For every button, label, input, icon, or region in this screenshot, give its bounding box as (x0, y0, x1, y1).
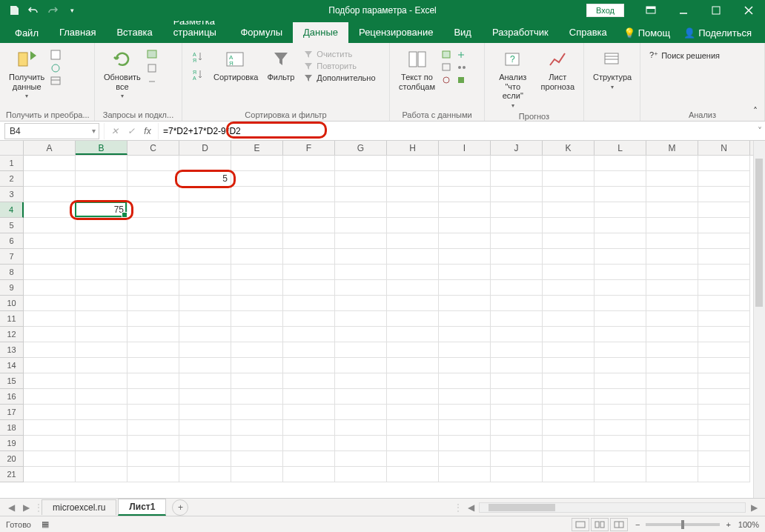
cell[interactable] (24, 327, 76, 342)
col-header-G[interactable]: G (335, 141, 387, 155)
cell[interactable] (439, 296, 491, 311)
cell[interactable] (698, 342, 750, 358)
cell[interactable] (543, 420, 595, 436)
cell[interactable] (128, 358, 179, 373)
outline-button[interactable]: Структура ▾ (590, 46, 635, 92)
cell[interactable] (595, 218, 646, 233)
remove-dup-icon[interactable] (441, 61, 453, 73)
cell[interactable] (387, 327, 439, 342)
tab-insert[interactable]: Вставка (106, 22, 162, 43)
cell[interactable] (698, 171, 750, 187)
cell[interactable] (231, 451, 283, 467)
cell[interactable] (76, 420, 128, 436)
cell[interactable] (283, 233, 335, 249)
cell[interactable] (698, 405, 750, 420)
zoom-in-icon[interactable]: + (726, 520, 730, 529)
cell[interactable] (179, 358, 231, 373)
cell[interactable] (387, 296, 439, 311)
formula-input[interactable] (159, 123, 750, 139)
cell[interactable] (231, 467, 283, 482)
cell[interactable] (387, 311, 439, 327)
cell[interactable] (595, 187, 646, 202)
cell[interactable] (335, 218, 387, 233)
sheet-nav-next-icon[interactable]: ▶ (19, 501, 33, 514)
cell[interactable] (439, 202, 491, 218)
cell[interactable] (387, 451, 439, 467)
cell[interactable] (595, 342, 646, 358)
cell[interactable] (646, 187, 698, 202)
cell[interactable] (439, 156, 491, 171)
horizontal-scrollbar[interactable] (479, 502, 746, 513)
cell[interactable] (24, 405, 76, 420)
cell[interactable] (491, 311, 543, 327)
cell[interactable] (231, 218, 283, 233)
tab-help[interactable]: Справка (559, 22, 617, 43)
normal-view-icon[interactable] (572, 518, 589, 531)
cell[interactable] (543, 342, 595, 358)
cell[interactable] (128, 233, 179, 249)
cell[interactable] (595, 467, 646, 482)
cell[interactable] (76, 233, 128, 249)
cell[interactable] (387, 436, 439, 451)
cell[interactable] (283, 249, 335, 265)
cell[interactable] (179, 405, 231, 420)
properties-icon[interactable] (147, 62, 159, 74)
cell[interactable] (439, 389, 491, 405)
cell[interactable] (646, 389, 698, 405)
cell[interactable] (646, 327, 698, 342)
ribbon-options-icon[interactable] (635, 0, 667, 21)
cell[interactable] (387, 218, 439, 233)
cell[interactable] (646, 218, 698, 233)
cell[interactable] (283, 311, 335, 327)
data-validation-icon[interactable] (441, 74, 453, 86)
cell[interactable] (646, 296, 698, 311)
row-header[interactable]: 13 (0, 342, 24, 358)
row-header[interactable]: 5 (0, 218, 24, 233)
cell[interactable] (231, 156, 283, 171)
cell[interactable] (491, 420, 543, 436)
flash-fill-icon[interactable] (441, 49, 453, 61)
cell[interactable] (231, 373, 283, 389)
collapse-ribbon-icon[interactable]: ˄ (749, 104, 762, 118)
cell[interactable] (179, 451, 231, 467)
cell[interactable] (335, 187, 387, 202)
cell[interactable] (595, 249, 646, 265)
cell[interactable] (128, 311, 179, 327)
cell[interactable] (179, 467, 231, 482)
cell[interactable] (387, 156, 439, 171)
cell[interactable] (698, 249, 750, 265)
cell[interactable] (698, 467, 750, 482)
cell[interactable] (491, 373, 543, 389)
cell[interactable] (128, 405, 179, 420)
share-button[interactable]: 👤Поделиться (678, 23, 758, 43)
maximize-icon[interactable] (700, 0, 732, 21)
cell[interactable] (179, 389, 231, 405)
col-header-H[interactable]: H (387, 141, 439, 155)
cell[interactable] (595, 420, 646, 436)
row-header[interactable]: 7 (0, 249, 24, 265)
cell[interactable] (439, 451, 491, 467)
tab-developer[interactable]: Разработчик (482, 22, 559, 43)
cell[interactable] (335, 358, 387, 373)
cell[interactable] (231, 233, 283, 249)
cell[interactable]: 75 (76, 202, 128, 218)
cell[interactable] (128, 467, 179, 482)
refresh-all-button[interactable]: Обновить все ▾ (101, 46, 144, 101)
cell[interactable] (283, 420, 335, 436)
cell[interactable] (24, 187, 76, 202)
row-header[interactable]: 14 (0, 358, 24, 373)
cell[interactable] (491, 187, 543, 202)
cell[interactable] (543, 389, 595, 405)
cell[interactable] (76, 296, 128, 311)
expand-formula-bar-icon[interactable]: ˅ (758, 126, 762, 136)
cell[interactable] (595, 389, 646, 405)
col-header-M[interactable]: M (646, 141, 698, 155)
cell[interactable] (24, 436, 76, 451)
cell[interactable] (283, 202, 335, 218)
cell[interactable] (231, 389, 283, 405)
cell[interactable] (595, 327, 646, 342)
cell[interactable] (698, 420, 750, 436)
cell[interactable] (439, 436, 491, 451)
cell[interactable] (76, 265, 128, 280)
cell[interactable] (128, 265, 179, 280)
